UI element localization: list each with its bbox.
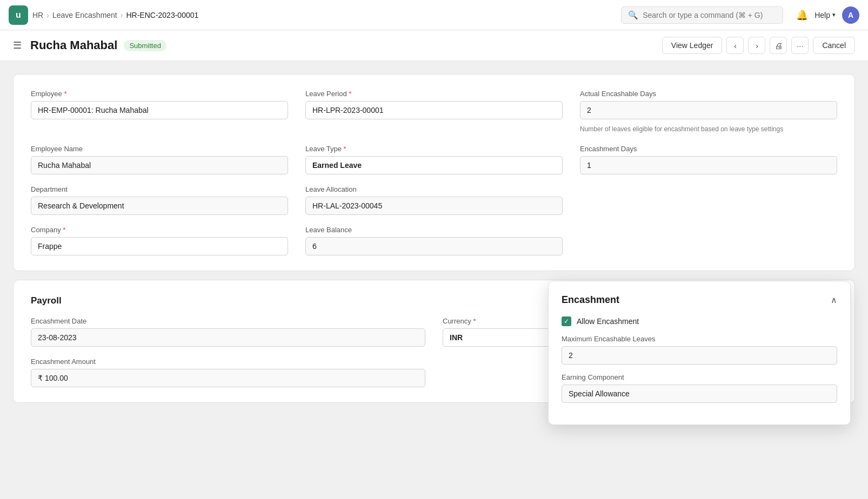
top-navigation: u HR › Leave Encashment › HR-ENC-2023-00… [0, 0, 868, 30]
chevron-left-icon: ‹ [734, 41, 737, 50]
employee-col: Employee * HR-EMP-00001: Rucha Mahabal [31, 90, 288, 134]
earning-component-input[interactable]: Special Allowance [562, 385, 837, 403]
encashment-amount-label: Encashment Amount [31, 358, 425, 366]
next-button[interactable]: › [748, 37, 765, 54]
notification-icon[interactable]: 🔔 [796, 9, 808, 21]
encashment-amount-col: Encashment Amount ₹ 100.00 [31, 358, 425, 387]
encashment-date-label: Encashment Date [31, 317, 425, 325]
form-card: Employee * HR-EMP-00001: Rucha Mahabal L… [13, 74, 855, 271]
cancel-button[interactable]: Cancel [813, 37, 855, 54]
breadcrumb-leave-encashment[interactable]: Leave Encashment [52, 11, 117, 19]
form-grid: Employee * HR-EMP-00001: Rucha Mahabal L… [31, 90, 837, 255]
toolbar-actions: View Ledger ‹ › 🖨 ··· Cancel [662, 37, 855, 54]
actual-encashable-label: Actual Encashable Days [580, 90, 837, 98]
leave-balance-col: Leave Balance 6 [305, 226, 563, 255]
popover-toggle-icon[interactable]: ∧ [831, 295, 837, 305]
employee-name-label: Employee Name [31, 145, 288, 153]
check-icon: ✓ [564, 318, 569, 325]
department-label: Department [31, 185, 288, 193]
status-badge: Submitted [124, 40, 166, 51]
actual-encashable-value: 2 [580, 101, 837, 119]
max-encashable-row: Maximum Encashable Leaves [562, 335, 837, 365]
search-icon: 🔍 [628, 10, 638, 20]
allow-encashment-row: ✓ Allow Encashment [562, 316, 837, 326]
leave-balance-input: 6 [305, 237, 563, 255]
leave-period-label: Leave Period * [305, 90, 563, 98]
leave-allocation-label: Leave Allocation [305, 185, 563, 193]
department-input: Research & Development [31, 197, 288, 215]
leave-type-input[interactable]: Earned Leave [305, 156, 563, 174]
max-encashable-input[interactable] [562, 346, 837, 365]
encashment-days-value[interactable]: 1 [580, 156, 837, 174]
encashment-days-col: Encashment Days 1 [580, 145, 837, 174]
employee-label: Employee * [31, 90, 288, 98]
department-col: Department Research & Development [31, 185, 288, 215]
employee-name-input: Rucha Mahabal [31, 156, 288, 174]
leave-period-input[interactable]: HR-LPR-2023-00001 [305, 101, 563, 119]
leave-type-col: Leave Type * Earned Leave [305, 145, 563, 174]
chevron-down-icon: ▾ [832, 11, 836, 18]
empty-col-1 [580, 185, 837, 215]
app-logo[interactable]: u [9, 5, 28, 25]
view-ledger-button[interactable]: View Ledger [662, 37, 723, 54]
leave-period-col: Leave Period * HR-LPR-2023-00001 [305, 90, 563, 134]
popover-title: Encashment [562, 294, 619, 306]
encashment-popover: Encashment ∧ ✓ Allow Encashment Maximum … [548, 281, 851, 425]
leave-balance-label: Leave Balance [305, 226, 563, 234]
more-options-button[interactable]: ··· [791, 37, 809, 54]
allow-encashment-checkbox[interactable]: ✓ [562, 316, 571, 326]
encashable-hint: Number of leaves eligible for encashment… [580, 125, 837, 134]
company-input[interactable]: Frappe [31, 237, 288, 255]
popover-header: Encashment ∧ [562, 294, 837, 306]
encashment-amount-input: ₹ 100.00 [31, 369, 425, 387]
hamburger-icon[interactable]: ☰ [13, 39, 22, 51]
empty-col-2 [580, 226, 837, 255]
breadcrumb-sep2: › [121, 11, 123, 19]
max-encashable-label: Maximum Encashable Leaves [562, 335, 837, 343]
encashment-days-label: Encashment Days [580, 145, 837, 153]
ellipsis-icon: ··· [797, 41, 804, 50]
allow-encashment-label: Allow Encashment [577, 317, 639, 326]
page-title: Rucha Mahabal [30, 38, 117, 52]
avatar[interactable]: A [842, 6, 859, 24]
earning-component-label: Earning Component [562, 373, 837, 381]
print-button[interactable]: 🖨 [770, 37, 787, 54]
leave-allocation-input[interactable]: HR-LAL-2023-00045 [305, 197, 563, 215]
employee-name-col: Employee Name Rucha Mahabal [31, 145, 288, 174]
leave-allocation-col: Leave Allocation HR-LAL-2023-00045 [305, 185, 563, 215]
encashment-date-col: Encashment Date 23-08-2023 [31, 317, 425, 347]
breadcrumb: HR › Leave Encashment › HR-ENC-2023-0000… [32, 11, 198, 19]
prev-button[interactable]: ‹ [726, 37, 744, 54]
print-icon: 🖨 [774, 41, 783, 50]
encashment-date-input[interactable]: 23-08-2023 [31, 328, 425, 347]
breadcrumb-sep1: › [46, 11, 49, 19]
company-label: Company * [31, 226, 288, 234]
help-button[interactable]: Help ▾ [814, 11, 836, 19]
employee-input[interactable]: HR-EMP-00001: Rucha Mahabal [31, 101, 288, 119]
search-bar[interactable]: 🔍 [621, 6, 783, 24]
search-input[interactable] [643, 11, 776, 19]
topnav-right: 🔔 Help ▾ A [796, 6, 859, 24]
document-toolbar: ☰ Rucha Mahabal Submitted View Ledger ‹ … [0, 30, 868, 61]
company-col: Company * Frappe [31, 226, 288, 255]
earning-component-row: Earning Component Special Allowance [562, 373, 837, 403]
chevron-right-icon: › [756, 41, 758, 50]
leave-type-label: Leave Type * [305, 145, 563, 153]
actual-encashable-col: Actual Encashable Days 2 Number of leave… [580, 90, 837, 134]
breadcrumb-hr[interactable]: HR [32, 11, 43, 19]
breadcrumb-doc-id: HR-ENC-2023-00001 [126, 11, 198, 19]
